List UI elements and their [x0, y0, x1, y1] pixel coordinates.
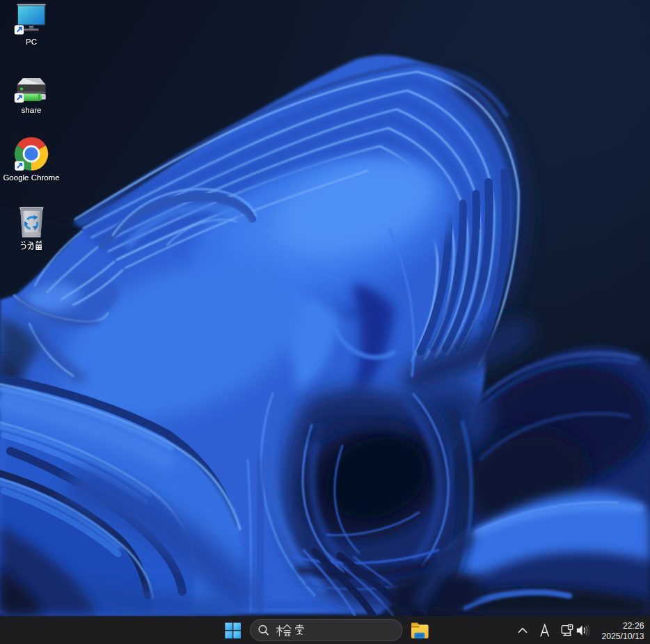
svg-text:PC: PC [26, 38, 37, 46]
svg-text:share: share [22, 106, 42, 114]
svg-text:Google Chrome: Google Chrome [3, 173, 59, 182]
svg-text:22:26: 22:26 [623, 621, 644, 631]
svg-text:2025/10/13: 2025/10/13 [602, 631, 644, 641]
